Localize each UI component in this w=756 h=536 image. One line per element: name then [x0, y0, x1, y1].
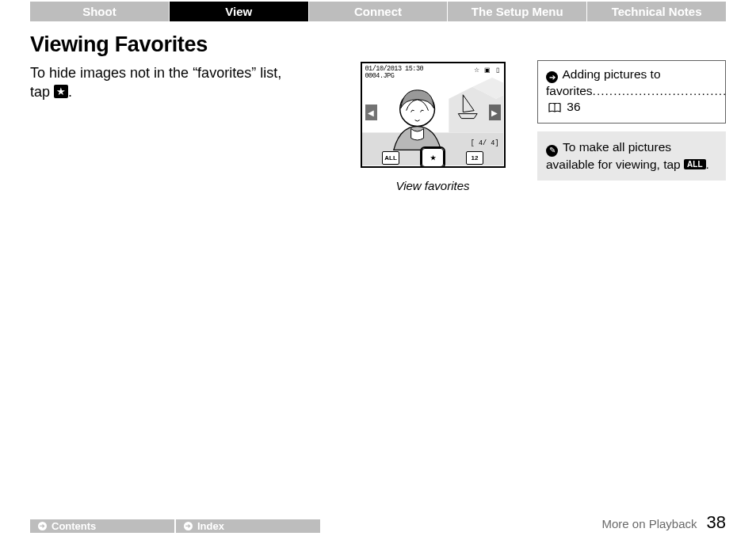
leader-dots: ................................ [593, 84, 727, 97]
lcd-thumbnails-button[interactable]: 12 [466, 151, 483, 165]
top-tabbar: Shoot View Connect The Setup Menu Techni… [30, 2, 726, 21]
lcd-figure: 01/10/2013 15:30 0004.JPG ☆ ▣ ▯ ◀ ▶ [ 4/… [346, 59, 520, 192]
lcd-counter: [ 4/ 4] [471, 139, 499, 147]
lcd-card-status-icon: ▯ [496, 67, 499, 74]
tab-shoot[interactable]: Shoot [30, 2, 170, 21]
body-line-1: To hide images not in the “favorites” li… [30, 65, 281, 81]
lcd-prev-arrow-icon[interactable]: ◀ [365, 105, 377, 120]
lcd-toolbar: ALL ★ 12 [362, 149, 504, 166]
lcd-gps-status-icon: ▣ [484, 67, 491, 74]
lcd-next-arrow-icon[interactable]: ▶ [489, 105, 501, 120]
footer-section-name: More on Playback [601, 517, 697, 530]
page-footer: ➔ Contents ➔ Index More on Playback 38 [30, 511, 726, 533]
book-icon [548, 101, 561, 116]
body-line-2a: tap [30, 84, 54, 100]
tip-box: ✎ To make all pictures available for vie… [537, 131, 726, 181]
arrow-right-circle-icon: ➔ [184, 522, 193, 530]
lcd-star-status-icon: ☆ [474, 67, 479, 74]
lcd-screen: 01/10/2013 15:30 0004.JPG ☆ ▣ ▯ ◀ ▶ [ 4/… [361, 62, 506, 168]
arrow-right-circle-icon: ➔ [546, 71, 558, 83]
lcd-top-icons: ☆ ▣ ▯ [471, 67, 498, 74]
figure-caption: View favorites [346, 179, 520, 192]
footer-index-link[interactable]: ➔ Index [176, 519, 320, 533]
body-text: To hide images not in the “favorites” li… [30, 59, 346, 192]
tab-setup-menu[interactable]: The Setup Menu [448, 2, 587, 21]
lcd-meta: 01/10/2013 15:30 0004.JPG [365, 66, 424, 80]
link-page-number: 36 [567, 100, 580, 113]
tab-view[interactable]: View [170, 2, 309, 21]
link-text-line2: favorites [546, 84, 593, 97]
favorites-star-icon: ★ [54, 85, 68, 98]
lcd-favorites-button[interactable]: ★ [422, 148, 444, 167]
pencil-circle-icon: ✎ [546, 145, 558, 157]
tip-text-after: . [706, 158, 709, 171]
footer-index-label: Index [197, 520, 224, 532]
lcd-all-button[interactable]: ALL [382, 151, 399, 165]
arrow-right-circle-icon: ➔ [38, 522, 47, 530]
tab-connect[interactable]: Connect [309, 2, 449, 21]
footer-contents-link[interactable]: ➔ Contents [30, 519, 174, 533]
tip-text-before: To make all pictures available for viewi… [546, 140, 684, 170]
page-title: Viewing Favorites [30, 32, 726, 57]
lcd-filename: 0004.JPG [365, 73, 424, 80]
body-line-2b: . [68, 84, 72, 100]
footer-contents-label: Contents [52, 520, 96, 532]
tab-technical[interactable]: Technical Notes [587, 2, 726, 21]
link-text-line1: Adding pictures to [562, 67, 660, 81]
related-link-box[interactable]: ➔ Adding pictures to favorites..........… [537, 60, 726, 124]
footer-page-number: 38 [707, 512, 726, 533]
all-button-icon: ALL [684, 159, 705, 170]
